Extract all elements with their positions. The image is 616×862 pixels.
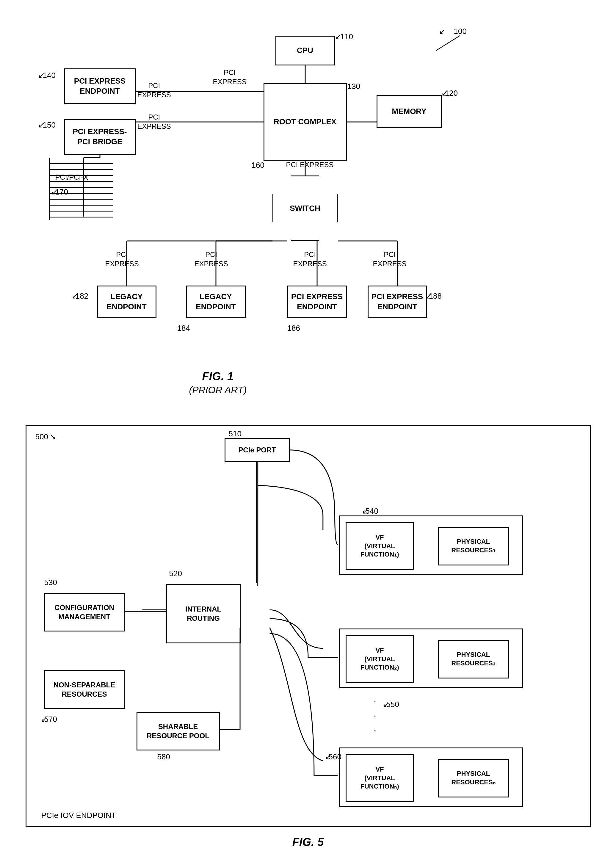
- fig5-ref-580: 580: [157, 752, 170, 762]
- ref-110: 110: [340, 32, 353, 41]
- pci-exp-above-ep2: PCIEXPRESS: [195, 250, 228, 268]
- vf1-group: VF (VIRTUAL FUNCTION₁) PHYSICAL RESOURCE…: [339, 515, 523, 575]
- fig5-diagram: 500 ↘ PCIe PORT 510 CONFIGURATION MANAGE…: [25, 426, 591, 827]
- phys-res2-box: PHYSICAL RESOURCES₂: [438, 640, 509, 678]
- cpu-box: CPU: [275, 36, 335, 66]
- ref-140: 140: [43, 71, 56, 80]
- root-complex-box: ROOT COMPLEX: [264, 83, 347, 161]
- svg-line-27: [436, 36, 460, 50]
- ref-100: 100: [454, 27, 467, 36]
- pcie-iov-label: PCIe IOV ENDPOINT: [41, 811, 116, 820]
- memory-box: MEMORY: [377, 95, 442, 128]
- sharable-pool-box: SHARABLE RESOURCE POOL: [137, 712, 220, 751]
- phys-resn-box: PHYSICAL RESOURCESₙ: [438, 759, 509, 798]
- pci-exp-above-ep4: PCIEXPRESS: [373, 250, 407, 268]
- ref-186: 186: [288, 323, 300, 333]
- vf2-group: VF (VIRTUAL FUNCTION₂) PHYSICAL RESOURCE…: [339, 628, 523, 688]
- vfn-group: VF (VIRTUAL FUNCTIONₙ) PHYSICAL RESOURCE…: [339, 747, 523, 807]
- fig5-ref-520: 520: [169, 569, 182, 578]
- fig1-caption: FIG. 1 (PRIOR ART): [189, 364, 247, 396]
- non-sep-res-box: NON-SEPARABLE RESOURCES: [44, 670, 125, 709]
- pci-express-label-root-down: PCI EXPRESS: [286, 160, 334, 169]
- vfn-box: VF (VIRTUAL FUNCTIONₙ): [346, 754, 414, 802]
- fig5-ref-530: 530: [44, 578, 57, 587]
- fig5-ref-500: 500: [35, 432, 48, 441]
- vf2-box: VF (VIRTUAL FUNCTION₂): [346, 635, 414, 683]
- switch-box: SWITCH: [272, 176, 338, 241]
- vf1-box: VF (VIRTUAL FUNCTION₁): [346, 522, 414, 570]
- legacy-ep1-box: LEGACY ENDPOINT: [97, 286, 156, 318]
- pcie-port-box: PCIe PORT: [225, 438, 290, 462]
- ref-130: 130: [347, 82, 360, 91]
- ref-150: 150: [43, 121, 56, 130]
- config-mgmt-box: CONFIGURATION MANAGEMENT: [44, 593, 125, 631]
- pci-express-label-1: PCIEXPRESS: [213, 68, 247, 86]
- legacy-ep2-box: LEGACY ENDPOINT: [186, 286, 246, 318]
- ref-184: 184: [177, 323, 190, 333]
- fig5-ref-510: 510: [229, 429, 242, 438]
- ref-160: 160: [251, 161, 264, 170]
- internal-routing-box: INTERNAL ROUTING: [166, 584, 240, 644]
- pci-express-label-bridge: PCIEXPRESS: [137, 112, 171, 131]
- pci-ep-top-box: PCI EXPRESS ENDPOINT: [64, 68, 136, 104]
- ellipsis-dots: ···: [374, 694, 376, 737]
- phys-res1-box: PHYSICAL RESOURCES₁: [438, 527, 509, 565]
- pci-ep4-box: PCI EXPRESS ENDPOINT: [368, 286, 427, 318]
- pci-ep3-box: PCI EXPRESS ENDPOINT: [288, 286, 347, 318]
- pci-exp-above-ep1: PCIEXPRESS: [105, 250, 139, 268]
- fig1-diagram: 100 ↙ CPU 110 ↙ ROOT COMPLEX 130 MEMORY …: [25, 12, 591, 413]
- fig5-caption: FIG. 5: [12, 836, 604, 849]
- pci-exp-above-ep3: PCIEXPRESS: [293, 250, 327, 268]
- pci-pcix-label: PCI/PCI-X: [55, 173, 88, 182]
- pci-bridge-box: PCI EXPRESS- PCI BRIDGE: [64, 119, 136, 155]
- pci-express-label-ep: PCIEXPRESS: [137, 81, 171, 99]
